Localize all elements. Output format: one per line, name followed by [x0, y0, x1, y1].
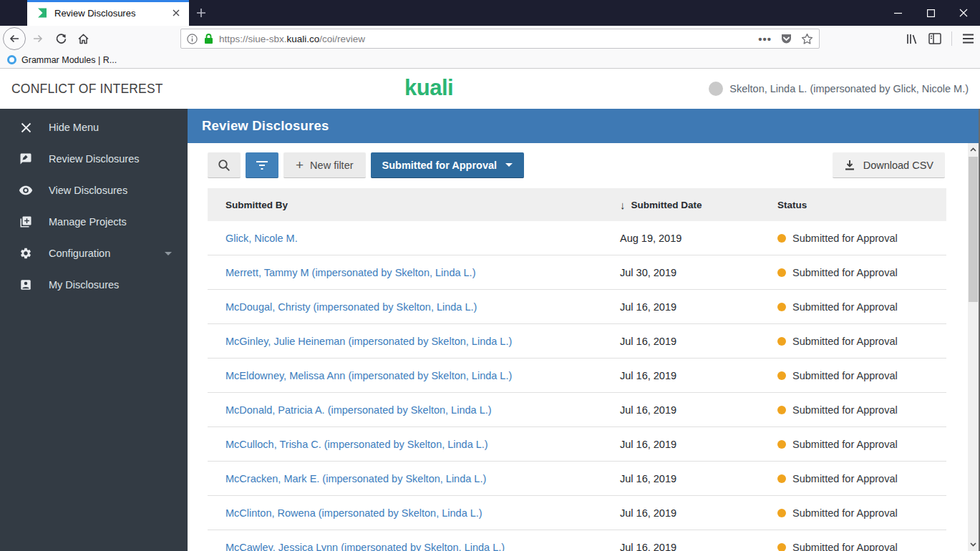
- disclosure-link[interactable]: McCulloch, Trisha C. (impersonated by Sk…: [225, 439, 620, 450]
- bookmarks-bar: Grammar Modules | R...: [0, 52, 980, 69]
- page-title: Review Disclosures: [202, 118, 329, 134]
- review-icon: [19, 152, 33, 165]
- submitted-date: Jul 16, 2019: [620, 336, 777, 347]
- content-area: + New filter Submitted for Approval Down…: [188, 143, 979, 551]
- status-badge: Submitted for Approval: [792, 267, 898, 278]
- maximize-button[interactable]: [914, 0, 947, 26]
- new-tab-button[interactable]: [189, 0, 213, 26]
- filter-toggle-button[interactable]: [246, 152, 278, 178]
- sidebar-item-configuration[interactable]: Configuration: [0, 238, 188, 269]
- disclosure-link[interactable]: McCracken, Mark E. (impersonated by Skel…: [225, 473, 620, 484]
- minimize-button[interactable]: [881, 0, 914, 26]
- submitted-date: Aug 19, 2019: [620, 233, 777, 244]
- sidebar-item-view-disclosures[interactable]: View Disclosures: [0, 175, 188, 206]
- url-text: https://siue-sbx.kuali.co/coi/review: [219, 34, 758, 44]
- sidebar-item-hide-menu[interactable]: Hide Menu: [0, 112, 188, 143]
- close-window-button[interactable]: [947, 0, 980, 26]
- close-icon: [19, 122, 33, 133]
- status-dot-icon: [777, 543, 786, 551]
- bookmark-item[interactable]: Grammar Modules | R...: [21, 55, 117, 65]
- scroll-down-icon[interactable]: [968, 539, 979, 550]
- app-header: CONFLICT OF INTEREST kuali Skelton, Lind…: [0, 69, 980, 109]
- scrollbar-thumb[interactable]: [969, 157, 978, 302]
- vertical-scrollbar[interactable]: [968, 143, 979, 551]
- sidebar-toggle-icon[interactable]: [928, 33, 941, 44]
- avatar: [709, 82, 723, 96]
- table-row: McGinley, Julie Heineman (impersonated b…: [208, 324, 946, 359]
- add-project-icon: [19, 215, 33, 228]
- reload-button[interactable]: [50, 33, 72, 45]
- status-dot-icon: [777, 371, 786, 380]
- kuali-logo: kuali: [404, 75, 453, 101]
- submitted-date: Jul 16, 2019: [620, 507, 777, 519]
- status-dot-icon: [777, 234, 786, 243]
- forward-button[interactable]: [26, 33, 50, 44]
- bookmark-favicon-icon: [7, 55, 16, 64]
- sidebar-item-my-disclosures[interactable]: My Disclosures: [0, 269, 188, 301]
- hamburger-menu-icon[interactable]: [962, 34, 974, 44]
- plus-icon: +: [296, 158, 304, 172]
- disclosure-link[interactable]: McEldowney, Melissa Ann (impersonated by…: [225, 370, 620, 381]
- disclosure-link[interactable]: McCawley, Jessica Lynn (impersonated by …: [225, 542, 620, 551]
- filter-icon: [256, 160, 268, 170]
- table-header: Submitted By ↓Submitted Date Status: [208, 188, 946, 221]
- column-header-submitted-date[interactable]: ↓Submitted Date: [620, 199, 777, 211]
- disclosure-link[interactable]: McGinley, Julie Heineman (impersonated b…: [225, 336, 620, 347]
- disclosure-link[interactable]: McClinton, Rowena (impersonated by Skelt…: [225, 507, 620, 519]
- url-bar[interactable]: https://siue-sbx.kuali.co/coi/review •••: [180, 29, 820, 49]
- lock-icon[interactable]: [204, 34, 213, 44]
- table-row: Merrett, Tammy M (impersonated by Skelto…: [208, 255, 946, 290]
- window-controls: [881, 0, 980, 26]
- status-dot-icon: [777, 474, 786, 483]
- sidebar-item-manage-projects[interactable]: Manage Projects: [0, 206, 188, 238]
- submitted-date: Jul 16, 2019: [620, 473, 777, 484]
- tab-close-icon[interactable]: [169, 6, 183, 20]
- disclosure-link[interactable]: McDonald, Patricia A. (impersonated by S…: [225, 404, 620, 416]
- active-filter-dropdown[interactable]: Submitted for Approval: [371, 152, 525, 178]
- status-badge: Submitted for Approval: [792, 439, 898, 450]
- page-info-icon[interactable]: [187, 34, 198, 44]
- disclosure-link[interactable]: McDougal, Christy (impersonated by Skelt…: [225, 301, 620, 313]
- browser-navbar: https://siue-sbx.kuali.co/coi/review •••: [0, 26, 980, 52]
- status-dot-icon: [777, 303, 786, 311]
- disclosure-link[interactable]: Merrett, Tammy M (impersonated by Skelto…: [225, 267, 620, 278]
- bookmark-star-icon[interactable]: [801, 33, 813, 45]
- status-badge: Submitted for Approval: [792, 507, 898, 519]
- pocket-icon[interactable]: [780, 33, 792, 45]
- tab-title: Review Disclosures: [54, 8, 169, 19]
- status-badge: Submitted for Approval: [792, 301, 898, 313]
- user-menu[interactable]: Skelton, Linda L. (impersonated by Glick…: [709, 69, 969, 109]
- gear-icon: [19, 247, 33, 260]
- status-badge: Submitted for Approval: [792, 542, 898, 551]
- disclosure-link[interactable]: Glick, Nicole M.: [225, 233, 620, 244]
- page-title-bar: Review Disclosures: [188, 109, 979, 143]
- active-tab-indicator: [27, 0, 189, 2]
- submitted-date: Jul 16, 2019: [620, 404, 777, 416]
- submitted-date: Jul 16, 2019: [620, 542, 777, 551]
- home-button[interactable]: [72, 33, 94, 45]
- table-row: McDougal, Christy (impersonated by Skelt…: [208, 290, 946, 324]
- column-header-submitted-by[interactable]: Submitted By: [225, 200, 620, 210]
- column-header-status[interactable]: Status: [777, 200, 928, 210]
- table-row: McCulloch, Trisha C. (impersonated by Sk…: [208, 427, 946, 462]
- disclosures-table: Submitted By ↓Submitted Date Status Glic…: [208, 188, 946, 551]
- search-button[interactable]: [208, 152, 241, 178]
- status-dot-icon: [777, 440, 786, 449]
- browser-tab[interactable]: Review Disclosures: [27, 0, 189, 26]
- submitted-date: Jul 16, 2019: [620, 370, 777, 381]
- new-filter-button[interactable]: + New filter: [283, 152, 366, 178]
- sidebar-item-review-disclosures[interactable]: Review Disclosures: [0, 143, 188, 175]
- back-button[interactable]: [3, 27, 26, 50]
- sort-descending-icon: ↓: [620, 199, 626, 211]
- status-badge: Submitted for Approval: [792, 404, 898, 416]
- page-actions-icon[interactable]: •••: [758, 33, 772, 45]
- download-csv-button[interactable]: Download CSV: [833, 152, 945, 178]
- table-row: McCawley, Jessica Lynn (impersonated by …: [208, 530, 946, 551]
- library-icon[interactable]: [906, 33, 918, 45]
- search-icon: [218, 159, 231, 172]
- table-row: McCracken, Mark E. (impersonated by Skel…: [208, 462, 946, 496]
- table-row: McDonald, Patricia A. (impersonated by S…: [208, 393, 946, 427]
- app-window: CONFLICT OF INTEREST kuali Skelton, Lind…: [0, 69, 980, 551]
- scroll-up-icon[interactable]: [968, 144, 979, 155]
- toolbar: + New filter Submitted for Approval Down…: [208, 152, 945, 178]
